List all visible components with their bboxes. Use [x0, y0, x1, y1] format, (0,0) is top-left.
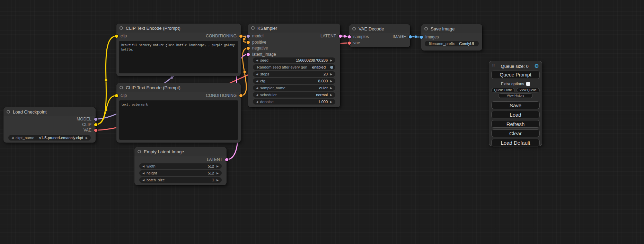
node-title: Empty Latent Image	[144, 149, 184, 154]
vae-output-dot[interactable]	[94, 129, 97, 132]
vae-input-dot[interactable]	[348, 42, 351, 45]
prev-value-arrow-icon[interactable]: ◀	[255, 59, 259, 62]
node-clip-text-encode-negative[interactable]: CLIP Text Encode (Prompt) clip CONDITION…	[116, 83, 241, 143]
node-ksampler[interactable]: KSampler model positive negative latent_…	[248, 24, 340, 107]
prev-value-arrow-icon[interactable]: ◀	[141, 165, 145, 168]
node-titlebar[interactable]: KSampler	[248, 24, 340, 33]
height-widget[interactable]: ◀ height 512 ▶	[139, 170, 222, 176]
prev-value-arrow-icon[interactable]: ◀	[255, 93, 259, 97]
node-titlebar[interactable]: Empty Latent Image	[134, 147, 227, 156]
node-titlebar[interactable]: CLIP Text Encode (Prompt)	[116, 24, 241, 33]
next-value-arrow-icon[interactable]: ▶	[215, 165, 220, 168]
steps-widget[interactable]: ◀ steps 20 ▶	[253, 71, 335, 77]
next-value-arrow-icon[interactable]: ▶	[329, 73, 333, 76]
scheduler-widget[interactable]: ◀ scheduler normal ▶	[253, 92, 335, 98]
node-titlebar[interactable]: Save Image	[421, 24, 482, 33]
node-title: Save Image	[431, 26, 455, 31]
widget-value: 1	[212, 178, 215, 182]
model-input-dot[interactable]	[247, 35, 250, 38]
menu-drag-handle-icon[interactable]: ⠿	[492, 64, 495, 69]
node-empty-latent-image[interactable]: Empty Latent Image LATENT ◀ width 512 ▶ …	[134, 147, 227, 185]
next-value-arrow-icon[interactable]: ▶	[329, 93, 333, 97]
node-save-image[interactable]: Save Image images filename_prefix ComfyU…	[421, 24, 482, 51]
filename-prefix-widget[interactable]: filename_prefix ComfyUI	[425, 41, 479, 46]
settings-gear-icon[interactable]: ⚙	[535, 63, 539, 69]
queue-front-button[interactable]: Queue Front	[491, 88, 515, 92]
sampler-name-widget[interactable]: ◀ sampler_name euler ▶	[253, 85, 335, 91]
refresh-button[interactable]: Refresh	[491, 120, 540, 128]
positive-input-dot[interactable]	[247, 41, 250, 44]
image-output-dot[interactable]	[409, 35, 412, 38]
prev-value-arrow-icon[interactable]: ◀	[255, 80, 259, 83]
queue-prompt-button[interactable]: Queue Prompt	[491, 71, 540, 79]
clip-input-dot[interactable]	[115, 35, 118, 38]
node-collapse-dot[interactable]	[7, 110, 10, 114]
node-vae-decode[interactable]: VAE Decode samples vae IMAGE	[349, 24, 410, 47]
wire-midpoint-dot	[105, 109, 107, 111]
width-widget[interactable]: ◀ width 512 ▶	[139, 163, 222, 169]
next-value-arrow-icon[interactable]: ▶	[85, 136, 89, 139]
widget-label: denoise	[259, 100, 318, 104]
prev-value-arrow-icon[interactable]: ◀	[255, 87, 259, 90]
model-output-dot[interactable]	[94, 118, 97, 121]
output-slot-conditioning: CONDITIONING	[206, 34, 237, 38]
next-value-arrow-icon[interactable]: ▶	[329, 100, 333, 103]
wire-midpoint-dot	[243, 71, 246, 73]
prev-value-arrow-icon[interactable]: ◀	[255, 100, 259, 103]
latent-output-dot[interactable]	[225, 158, 228, 161]
node-collapse-dot[interactable]	[352, 27, 356, 30]
node-titlebar[interactable]: CLIP Text Encode (Prompt)	[116, 83, 241, 92]
node-collapse-dot[interactable]	[251, 26, 255, 30]
load-default-button[interactable]: Load Default	[491, 139, 540, 146]
latent-output-dot[interactable]	[339, 35, 342, 38]
node-graph-canvas[interactable]: Load Checkpoint MODEL CLIP VAE ◀ ckpt_na…	[0, 0, 644, 244]
next-value-arrow-icon[interactable]: ▶	[329, 59, 333, 62]
view-queue-button[interactable]: View Queue	[517, 88, 540, 92]
positive-prompt-textarea[interactable]: beautiful scenery nature glass bottle la…	[119, 41, 238, 73]
widget-label: seed	[259, 58, 296, 62]
node-titlebar[interactable]: VAE Decode	[349, 24, 410, 33]
prev-value-arrow-icon[interactable]: ◀	[255, 73, 259, 76]
view-history-button[interactable]: View History	[498, 93, 533, 98]
node-title: CLIP Text Encode (Prompt)	[126, 85, 180, 90]
ckpt-name-widget[interactable]: ◀ ckpt_name v1-5-pruned-emaonly.ckpt ▶	[8, 135, 91, 141]
images-input-dot[interactable]	[420, 36, 423, 39]
wire-midpoint-dot	[170, 76, 173, 79]
load-button[interactable]: Load	[491, 111, 540, 118]
prev-value-arrow-icon[interactable]: ◀	[141, 179, 145, 182]
extra-options-checkbox[interactable]	[526, 82, 530, 86]
node-load-checkpoint[interactable]: Load Checkpoint MODEL CLIP VAE ◀ ckpt_na…	[3, 107, 96, 143]
node-collapse-dot[interactable]	[138, 150, 141, 153]
next-value-arrow-icon[interactable]: ▶	[215, 179, 220, 182]
conditioning-output-dot[interactable]	[239, 35, 242, 38]
node-collapse-dot[interactable]	[120, 26, 123, 30]
input-slot-images: images	[425, 35, 439, 39]
toggle-dot-icon[interactable]	[330, 66, 333, 69]
negative-prompt-textarea[interactable]: text, watermark	[119, 100, 238, 140]
prev-value-arrow-icon[interactable]: ◀	[141, 172, 145, 175]
node-titlebar[interactable]: Load Checkpoint	[3, 107, 96, 116]
next-value-arrow-icon[interactable]: ▶	[215, 172, 220, 175]
latent-image-input-dot[interactable]	[247, 53, 250, 56]
save-button[interactable]: Save	[491, 101, 540, 109]
next-value-arrow-icon[interactable]: ▶	[329, 87, 333, 90]
seed-widget[interactable]: ◀ seed 156680208700286 ▶	[253, 57, 335, 63]
node-collapse-dot[interactable]	[120, 86, 123, 89]
widget-label: ckpt_name	[15, 136, 39, 140]
node-title: Load Checkpoint	[13, 109, 47, 115]
clip-input-dot[interactable]	[115, 94, 118, 97]
clear-button[interactable]: Clear	[491, 129, 540, 137]
node-clip-text-encode-positive[interactable]: CLIP Text Encode (Prompt) clip CONDITION…	[116, 24, 241, 76]
samples-input-dot[interactable]	[348, 35, 351, 38]
negative-input-dot[interactable]	[247, 47, 250, 50]
node-collapse-dot[interactable]	[424, 27, 428, 30]
clip-output-dot[interactable]	[94, 123, 97, 126]
random-seed-toggle-widget[interactable]: Random seed after every gen enabled	[253, 64, 335, 70]
conditioning-output-dot[interactable]	[239, 94, 242, 97]
next-value-arrow-icon[interactable]: ▶	[329, 80, 333, 83]
cfg-widget[interactable]: ◀ cfg 8.000 ▶	[253, 78, 335, 84]
output-slot-model: MODEL	[77, 117, 91, 121]
batch-size-widget[interactable]: ◀ batch_size 1 ▶	[139, 177, 222, 183]
denoise-widget[interactable]: ◀ denoise 1.000 ▶	[253, 99, 335, 105]
prev-value-arrow-icon[interactable]: ◀	[10, 136, 15, 139]
